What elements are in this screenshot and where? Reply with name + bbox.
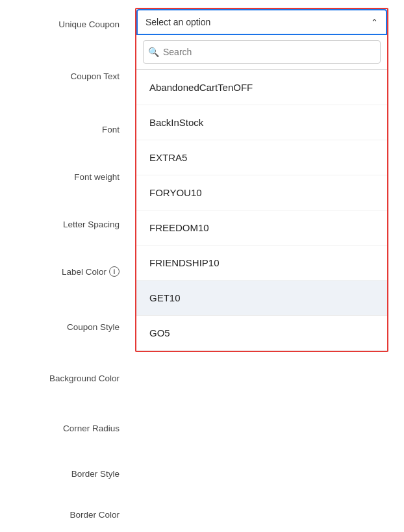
dropdown-item-1[interactable]: AbandonedCartTenOFF xyxy=(136,70,387,105)
select-trigger[interactable]: Select an option ⌃ xyxy=(136,9,387,35)
font-label: Font xyxy=(0,125,130,134)
coupon-style-label: Coupon Style xyxy=(0,322,130,332)
dropdown-panel: 🔍 AbandonedCartTenOFF BackInStock xyxy=(136,35,387,351)
dropdown-item-3[interactable]: EXTRA5 xyxy=(136,140,387,175)
coupon-text-label: Coupon Text xyxy=(0,71,130,81)
select-placeholder: Select an option xyxy=(145,17,210,27)
letter-spacing-label: Letter Spacing xyxy=(0,220,130,229)
background-color-label: Background Color xyxy=(0,374,130,383)
search-wrapper: 🔍 xyxy=(143,40,381,64)
search-icon: 🔍 xyxy=(148,47,159,57)
label-color-label: Label Color i xyxy=(0,266,130,277)
dropdown-item-6[interactable]: FRIENDSHIP10 xyxy=(136,246,387,281)
dropdown-item-4[interactable]: FORYOU10 xyxy=(136,175,387,210)
labels-container: Unique Coupon Coupon Text Font Font weig… xyxy=(0,0,130,532)
search-box: 🔍 xyxy=(136,35,387,70)
label-color-info-icon[interactable]: i xyxy=(109,266,120,277)
dropdown-item-7[interactable]: GET10 xyxy=(136,281,387,316)
border-color-label: Border Color xyxy=(0,510,130,520)
dropdown-container: Select an option ⌃ 🔍 AbandonedCa xyxy=(135,8,388,352)
search-input[interactable] xyxy=(143,40,381,64)
chevron-up-icon: ⌃ xyxy=(371,18,378,27)
corner-radius-label: Corner Radius xyxy=(0,424,130,433)
border-style-label: Border Style xyxy=(0,469,130,479)
font-weight-label: Font weight xyxy=(0,172,130,182)
unique-coupon-label: Unique Coupon xyxy=(0,19,130,29)
dropdown-item-8[interactable]: GO5 xyxy=(136,316,387,351)
dropdown-list: AbandonedCartTenOFF BackInStock EXTRA5 F… xyxy=(136,70,387,351)
page-container: Unique Coupon Coupon Text Font Font weig… xyxy=(0,0,404,532)
dropdown-item-5[interactable]: FREEDOM10 xyxy=(136,210,387,246)
dropdown-item-2[interactable]: BackInStock xyxy=(136,105,387,140)
